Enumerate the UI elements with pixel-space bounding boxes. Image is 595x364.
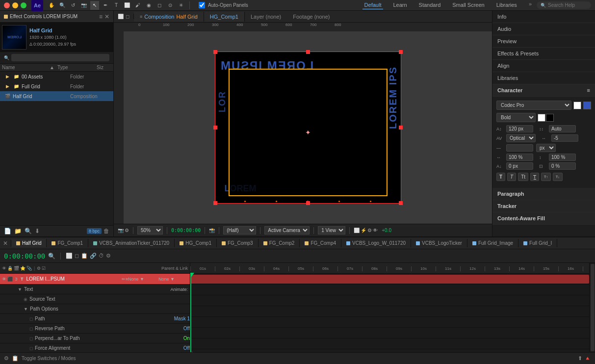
more-workspaces[interactable]: » — [529, 1, 532, 9]
font-style-select[interactable]: Bold Regular Italic — [496, 113, 536, 122]
tl-icon5[interactable]: ⏱ — [99, 253, 104, 259]
zoom-tool[interactable]: 🔍 — [58, 1, 67, 10]
stamp-tool[interactable]: ◉ — [144, 1, 153, 10]
lh-icon3[interactable]: 🎬 — [14, 266, 19, 271]
info-section[interactable]: Info — [492, 11, 595, 23]
font-color-swatch2[interactable] — [583, 102, 591, 109]
superscript-btn[interactable]: T↑ — [541, 173, 551, 181]
timeline-tab-vcbs-logoticker[interactable]: VCBS_LogoTicker — [411, 239, 467, 247]
workspace-tab-small-screen[interactable]: Small Screen — [450, 1, 486, 9]
h-scale-input[interactable] — [506, 154, 533, 161]
camera-control[interactable]: Active Camera — [264, 226, 310, 234]
eraser-tool[interactable]: ◻ — [155, 1, 164, 10]
minimize-button[interactable] — [12, 2, 18, 8]
tracker-section[interactable]: Tracker — [492, 200, 595, 212]
italic-btn[interactable]: T — [507, 173, 516, 181]
layer-vis-icon[interactable]: 👁 — [2, 277, 6, 282]
bc-icon1[interactable]: ⬆ — [578, 355, 582, 362]
workspace-tab-standard[interactable]: Standard — [417, 1, 443, 9]
font-size-input[interactable] — [506, 125, 533, 132]
bc-icon2[interactable]: 🔺 — [584, 355, 591, 362]
smallcaps-btn[interactable]: T̲ — [530, 173, 539, 181]
preview-section[interactable]: Preview — [492, 35, 595, 48]
composition-canvas[interactable]: LOREM IPSUM LOREM IPS LOR LOREM — [215, 52, 401, 204]
camera-snapshot-icon[interactable]: 📸 — [209, 228, 215, 233]
project-item-halfgrid[interactable]: 🎬 Half Grid Composition — [0, 91, 113, 101]
timeline-close-btn[interactable]: ✕ — [0, 240, 11, 247]
timeline-tab-vcbs[interactable]: VCBS_AnimationTicker_011720 — [88, 239, 175, 247]
font-select[interactable]: Codec Pro — [496, 101, 571, 110]
lh-icon7[interactable]: ☑ — [42, 266, 46, 271]
timeline-tab-fgcomp3[interactable]: FG_Comp3 — [217, 239, 259, 247]
tracking-select[interactable]: Optical Metrics — [506, 134, 536, 142]
close-button[interactable] — [4, 2, 10, 8]
bit-depth[interactable]: 8 bpc — [87, 228, 102, 234]
workspace-tab-learn[interactable]: Learn — [391, 1, 409, 9]
prop-path[interactable]: ◻ Path Mask 1 — [0, 314, 190, 324]
prop-path-options[interactable]: ▼ Path Options — [0, 304, 190, 314]
delete-icon[interactable]: 🗑 — [103, 228, 109, 234]
camera-tool[interactable]: 📷 — [79, 1, 88, 10]
tl-icon4[interactable]: 🔗 — [90, 253, 97, 259]
zoom-control[interactable]: 50% 25% 100% — [137, 226, 163, 234]
timeline-tab-fgcomp4[interactable]: FG_Comp4 — [300, 239, 341, 247]
workspace-tab-libraries[interactable]: Libraries — [494, 1, 519, 9]
toggle-icon4[interactable]: 👁 — [373, 228, 378, 233]
text-tool[interactable]: T — [112, 1, 121, 10]
toggle-icon2[interactable]: ⚡ — [361, 228, 366, 233]
prop-force-align[interactable]: ◻ Force Alignment Off — [0, 343, 190, 352]
panel-menu-btn[interactable]: ≡ — [99, 13, 103, 20]
zoom-select[interactable]: 50% 25% 100% — [137, 226, 163, 234]
roto-tool[interactable]: ⊙ — [166, 1, 175, 10]
new-folder-icon[interactable]: 📁 — [14, 228, 22, 234]
v-scale-input[interactable] — [549, 154, 576, 161]
bottom-icon1[interactable]: ⚙ — [4, 355, 9, 362]
viewer-settings-icon[interactable]: ⚙ — [125, 228, 129, 233]
prop-reverse-path[interactable]: ◻ Reverse Path Off — [0, 324, 190, 334]
lh-icon1[interactable]: 👁 — [2, 266, 6, 271]
prop-source-text[interactable]: ◉ Source Text — [0, 294, 190, 304]
font-color-swatch[interactable] — [573, 102, 581, 109]
line-unit-select[interactable]: px pt — [536, 144, 556, 152]
workspace-tab-default[interactable]: Default — [362, 1, 384, 9]
new-item-icon[interactable]: 📄 — [4, 228, 11, 234]
bold-btn[interactable]: T — [496, 173, 505, 181]
timeline-tab-fullgrid-image[interactable]: Full Grid_Image — [467, 239, 518, 247]
view-control[interactable]: 1 View — [318, 226, 345, 234]
timeline-tab-halfgrid[interactable]: Half Grid — [11, 239, 47, 247]
tl-icon6[interactable]: ⚙ — [106, 253, 111, 259]
bottom-icon2[interactable]: 📋 — [12, 355, 19, 362]
toggle-icon1[interactable]: ⬜ — [354, 228, 360, 233]
tl-icon3[interactable]: 📋 — [81, 253, 88, 259]
timeline-tab-hgcomp1[interactable]: HG_Comp1 — [175, 239, 217, 247]
hand-tool[interactable]: ✋ — [47, 1, 56, 10]
allcaps-btn[interactable]: Tt — [518, 173, 528, 181]
timeline-tab-fgcomp2[interactable]: FG_Comp2 — [259, 239, 300, 247]
search-input[interactable] — [548, 2, 587, 8]
tsume-input[interactable] — [549, 162, 576, 170]
toggle-icon3[interactable]: ⚙ — [367, 228, 372, 233]
rotate-tool[interactable]: ↺ — [69, 1, 78, 10]
track-bar-main[interactable] — [190, 275, 589, 284]
timeline-tab-fgcomp1[interactable]: FG_Comp1 — [47, 239, 88, 247]
layer-edit-icon[interactable]: ✏ — [122, 277, 126, 282]
align-section[interactable]: Align — [492, 60, 595, 72]
tl-icon1[interactable]: ⬜ — [66, 253, 73, 259]
view-select[interactable]: 1 View — [318, 226, 345, 234]
paragraph-section[interactable]: Paragraph — [492, 188, 595, 200]
black-swatch[interactable] — [546, 114, 554, 122]
project-item-assets[interactable]: ▶ 📁 00 Assets Folder — [0, 72, 113, 81]
composition-tab[interactable]: ≡ Composition Half Grid — [134, 12, 204, 22]
timeline-tab-vcbs-logo[interactable]: VCBS_Logo_W_011720 — [341, 239, 411, 247]
resolution-select[interactable]: (Half) (Full) (Quarter) — [223, 226, 256, 234]
track-scrollbar-thumb[interactable] — [591, 264, 595, 351]
tl-icon2[interactable]: ◻ — [75, 253, 79, 259]
prop-perp-path[interactable]: ◻ Perpend...ar To Path On — [0, 334, 190, 343]
puppet-tool[interactable]: ✳ — [177, 1, 185, 10]
subscript-btn[interactable]: T↓ — [553, 173, 563, 181]
effects-presets-section[interactable]: Effects & Presets — [492, 48, 595, 60]
search-icon-timeline[interactable]: 🔍 — [48, 253, 55, 260]
auto-open-checkbox[interactable] — [199, 2, 205, 8]
resolution-control[interactable]: (Half) (Full) (Quarter) — [223, 226, 256, 234]
pen-tool[interactable]: ✒ — [101, 1, 110, 10]
